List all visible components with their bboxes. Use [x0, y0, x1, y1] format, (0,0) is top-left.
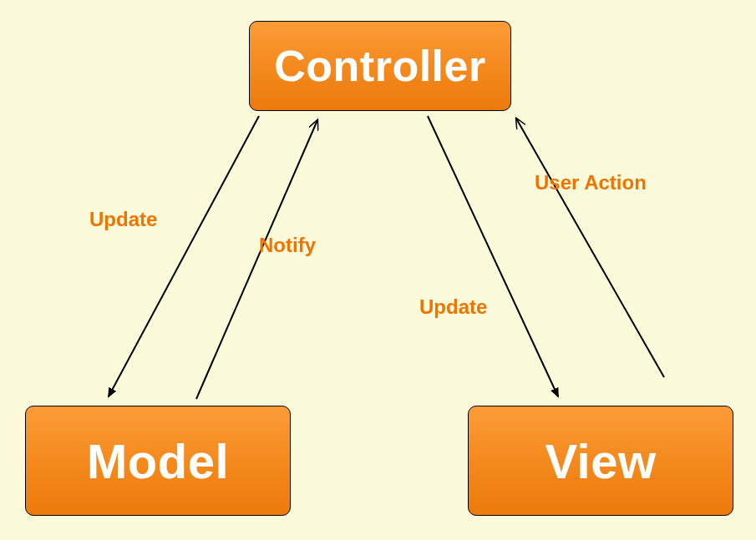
label-notify: Notify	[259, 234, 316, 257]
view-label: View	[545, 433, 656, 489]
arrow-controller-to-view	[428, 116, 558, 396]
model-node: Model	[25, 406, 291, 516]
arrow-controller-to-model	[109, 116, 259, 396]
view-node: View	[468, 406, 733, 516]
controller-node: Controller	[249, 21, 511, 111]
arrow-view-to-controller	[516, 119, 664, 377]
model-label: Model	[87, 433, 229, 489]
controller-label: Controller	[274, 41, 485, 91]
label-update-model: Update	[89, 208, 157, 231]
arrow-model-to-controller	[196, 120, 317, 399]
label-user-action: User Action	[535, 171, 647, 194]
label-update-view: Update	[419, 295, 487, 319]
